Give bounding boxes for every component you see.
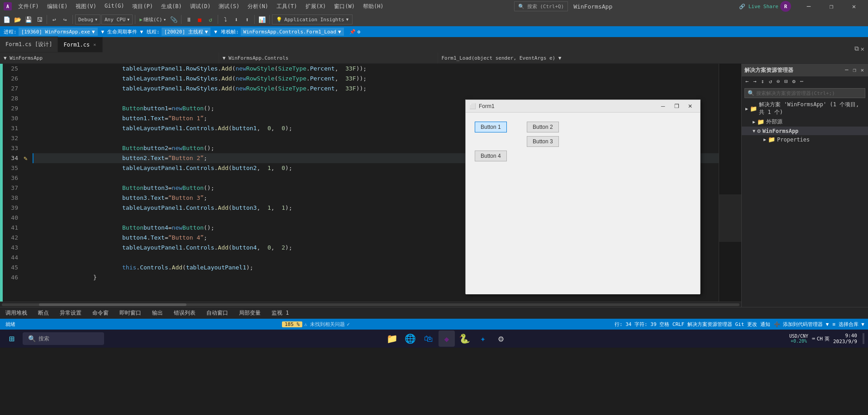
tab-form1-design[interactable]: Form1.cs [设计] [0,37,58,52]
bottom-tab-immediate[interactable]: 即时窗口 [114,307,147,319]
status-select[interactable]: ≡ 选择合库 ▼ [832,321,864,328]
form-button-2[interactable]: Button 2 [527,122,559,132]
taskbar-clock[interactable]: 9:40 2023/9/9 [833,333,857,344]
close-btn[interactable]: ✕ [844,0,864,13]
diagnostics-btn[interactable]: 📊 [257,14,267,24]
show-desktop-btn[interactable] [863,333,864,344]
status-ready-label[interactable]: 就绪 [4,321,17,328]
taskbar-explorer-btn[interactable]: 📁 [384,330,401,347]
form-restore-btn[interactable]: ❐ [670,101,683,112]
attach-btn[interactable]: 📎 [169,14,179,24]
se-refresh-btn[interactable]: ↺ [767,77,774,85]
menu-analyze[interactable]: 分析(N) [244,2,272,11]
restore-btn[interactable]: ❐ [821,0,842,13]
form-minimize-btn[interactable]: ─ [657,101,669,112]
step-into-btn[interactable]: ⬇ [231,14,241,24]
status-zoom[interactable]: 185 % [282,321,302,327]
form-close-btn[interactable]: ✕ [684,101,696,112]
scrollbar-thumb[interactable] [39,303,186,306]
stack-dropdown[interactable]: WinFormsApp.Controls.Form1_Load ▼ [241,28,344,36]
open-file-btn[interactable]: 📂 [13,14,23,24]
run-btn[interactable]: ▶ 继续(C) ▾ [138,15,168,24]
menu-tools[interactable]: 工具(T) [273,2,301,11]
tree-properties[interactable]: ▶ 📁 Properties [742,135,868,144]
thread-dropdown[interactable]: [20020] 主线程 ▼ [162,28,211,36]
menu-test[interactable]: 测试(S) [215,2,243,11]
taskbar-search[interactable]: 🔍 搜索 [23,332,104,345]
menu-ext[interactable]: 扩展(X) [302,2,330,11]
tab-close-btn[interactable]: ✕ [92,42,97,47]
save-all-btn[interactable]: 🖫 [34,14,44,24]
minimize-btn[interactable]: ─ [798,0,819,13]
namespace-dropdown[interactable]: ▼ WinFormsApp [0,52,219,63]
tree-solution[interactable]: ▶ 📁 解决方案 'WinFormsApp' (1 个项目, 共 1 个) [742,100,868,117]
form-button-3[interactable]: Button 3 [527,136,559,147]
bottom-tab-auto[interactable]: 自动窗口 [201,307,234,319]
se-settings-btn[interactable]: ⚙ [790,77,797,85]
bottom-tab-errorlist[interactable]: 错误列表 [168,307,201,319]
pin-icon[interactable]: 📌 [349,29,356,35]
live-share-btn[interactable]: 🔗 Live Share [739,4,778,9]
se-minimize-btn[interactable]: ─ [844,67,849,73]
bottom-tab-breakpoints[interactable]: 断点 [33,307,54,319]
se-more-btn[interactable]: ⋯ [798,77,805,85]
menu-project[interactable]: 项目(P) [129,2,157,11]
editor-split-btn[interactable]: ⧉ [854,45,859,52]
tree-external-sources[interactable]: ▶ 📁 外部源 [742,117,868,127]
bottom-tab-output[interactable]: 输出 [147,307,168,319]
bottom-tab-exceptions[interactable]: 异常设置 [54,307,87,319]
save-btn[interactable]: 💾 [24,14,33,24]
app-insights-btn[interactable]: 💡 Application Insights ▼ [272,14,353,24]
menu-debug[interactable]: 调试(D) [186,2,215,11]
taskbar-systray[interactable]: ⌨ CH 英 [812,335,830,342]
process-dropdown[interactable]: [19360] WinFormsApp.exe ▼ [19,28,98,36]
tree-project[interactable]: ▼ ⚙ WinFormsApp [742,127,868,135]
menu-git[interactable]: Git(G) [101,2,128,11]
bottom-tab-locals[interactable]: 局部变量 [234,307,266,319]
menu-view[interactable]: 视图(V) [72,2,100,11]
pause-btn[interactable]: ⏸ [184,14,194,24]
taskbar-edge-btn[interactable]: 🌐 [402,330,419,347]
menu-help[interactable]: 帮助(H) [359,2,387,11]
step-over-btn[interactable]: ⤵ [220,14,230,24]
taskbar-vscode-btn[interactable]: ✦ [475,330,491,347]
menu-edit[interactable]: 编辑(E) [43,2,72,11]
se-sync-btn[interactable]: ↕ [759,77,766,85]
taskbar-store-btn[interactable]: 🛍 [420,330,437,347]
editor-close-btn[interactable]: ✕ [861,45,864,52]
taskbar-start-btn[interactable]: ⊞ [4,330,20,347]
bottom-tab-callstack[interactable]: 调用堆栈 [0,307,33,319]
taskbar-currency[interactable]: USD/CNY +0.20% [789,334,808,344]
class-dropdown[interactable]: ▼ WinFormsApp.Controls [219,52,438,63]
status-row-col[interactable]: 行: 34 字符: 39 空格 CRLF 解决方案资源管理器 Git 更改 通知 [615,321,770,328]
search-bar-top[interactable]: 🔍 搜索 (Ctrl+Q) [514,1,568,11]
se-filter-btn[interactable]: ⊟ [782,77,789,85]
menu-window[interactable]: 窗口(W) [330,2,358,11]
redo-btn[interactable]: ↪ [60,14,70,24]
form-button-4[interactable]: Button 4 [475,151,507,161]
stop-btn[interactable]: ■ [195,14,205,24]
status-add-code[interactable]: ➕ 添加到代码管理器 ▼ [774,321,829,328]
menu-file[interactable]: 文件(F) [14,2,43,11]
settings-icon[interactable]: ⚙ [358,29,361,35]
horizontal-scrollbar[interactable] [2,303,739,306]
bottom-tab-command[interactable]: 命令窗 [87,307,114,319]
form-button-1[interactable]: Button 1 [475,122,507,132]
se-close-btn[interactable]: ✕ [859,67,865,73]
se-restore-btn[interactable]: ❐ [852,67,858,73]
se-forward-btn[interactable]: → [751,77,758,85]
restart-btn[interactable]: ↺ [205,14,215,24]
method-dropdown[interactable]: Form1_Load(object sender, EventArgs e) ▼ [438,52,868,63]
cpu-dropdown[interactable]: Any CPU ▼ [101,14,133,24]
se-collapse-btn[interactable]: ⊖ [775,77,782,85]
debug-mode-dropdown[interactable]: Debug ▼ [75,14,100,24]
taskbar-python-btn[interactable]: 🐍 [457,330,473,347]
taskbar-vs-btn[interactable]: ◆ [439,330,455,347]
undo-btn[interactable]: ↩ [49,14,59,24]
menu-build[interactable]: 生成(B) [157,2,186,11]
se-back-btn[interactable]: ← [744,77,750,85]
tab-form1-cs[interactable]: Form1.cs ✕ [58,37,103,52]
se-search-container[interactable]: 🔍 搜索解决方案资源管理器(Ctrl+;) [744,88,865,98]
bottom-tab-watch[interactable]: 监视 1 [266,307,294,319]
taskbar-settings-btn[interactable]: ⚙ [493,330,509,347]
